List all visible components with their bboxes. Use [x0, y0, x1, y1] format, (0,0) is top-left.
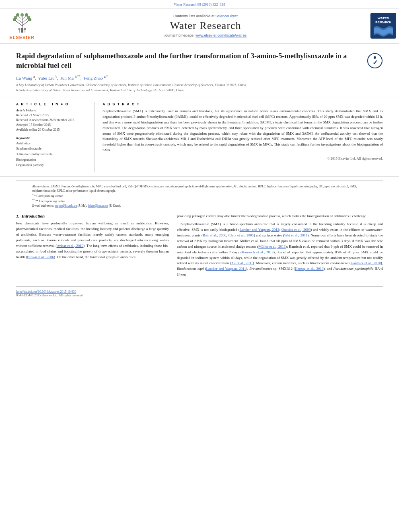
svg-point-14: [21, 13, 24, 16]
ref-herzog[interactable]: Herzog et al., 2013: [295, 267, 323, 271]
bottom-info: http://dx.doi.org/10.1016/j.watres.2015.…: [0, 280, 399, 300]
wr-logo-icon: WATER RESEARCH: [370, 13, 396, 39]
corresponding2: ** ** Corresponding author.: [32, 198, 367, 203]
intro-para-3: Sulphamethoxazole (SMX) is a broad-spect…: [177, 222, 383, 277]
ref-onesios[interactable]: Onesios et al., 2009: [281, 228, 311, 232]
ref-larcher-2012[interactable]: Larcher and Yargeau, 2012: [240, 228, 280, 232]
elsevier-tree-icon: [8, 12, 36, 34]
abbreviations-content: 3A5MI, 3-amino-5-methylisoxazole; MFC, m…: [32, 185, 357, 193]
abstract-col: A B S T R A C T Sulphamethoxazole (SMX) …: [103, 102, 383, 172]
ref-xu-2011[interactable]: Xu et al., 2011: [231, 261, 253, 265]
issn-line: 0043-1354/© 2015 Elsevier Ltd. All right…: [16, 294, 383, 297]
keyword-3: 3-Amino-5-methylisoxazole: [16, 152, 88, 157]
available-online: Available online 20 October 2015: [16, 127, 88, 132]
author-lu-wang[interactable]: Lu Wang: [16, 75, 32, 80]
keywords-group: Keywords: Antibiotics Sulphamethoxazole …: [16, 136, 88, 168]
keyword-2: Sulphamethoxazole: [16, 146, 88, 152]
svg-point-23: [374, 56, 376, 59]
sciencedirect-prefix: Contents lists available at: [173, 14, 216, 18]
bottom-divider: [16, 286, 383, 287]
article-history-group: Article history: Received 23 March 2015 …: [16, 109, 88, 132]
affiliation-a: a Key Laboratory of Urban Pollutant Conv…: [16, 82, 360, 88]
intro-left-text: Few chemicals have profoundly improved h…: [16, 221, 169, 260]
crossmark-logo[interactable]: ✓: [367, 53, 383, 70]
intro-right-col: providing pathogen control may also hind…: [177, 214, 383, 280]
doi-link[interactable]: http://dx.doi.org/10.1016/j.watres.2015.…: [16, 290, 76, 294]
ref-brown[interactable]: Brown et al., 2006: [27, 255, 54, 259]
received-date: Received 23 March 2015: [16, 113, 88, 118]
keywords-label: Keywords:: [16, 136, 88, 140]
elsevier-logo: ELSEVIER: [0, 8, 44, 43]
elsevier-label: ELSEVIER: [9, 35, 34, 40]
abbreviations-label: Abbreviations:: [32, 185, 51, 188]
keyword-5: Degradation pathway: [16, 162, 88, 168]
ref-batt[interactable]: Batt et al., 2006: [203, 233, 226, 237]
introduction-section: 1. Introduction Few chemicals have profo…: [0, 208, 399, 280]
email-jun-ma[interactable]: majun@hit.edu.cn: [55, 204, 77, 207]
water-research-logo: WATER RESEARCH: [367, 8, 399, 43]
keywords-list: Antibiotics Sulphamethoxazole 3-Amino-5-…: [16, 141, 88, 168]
article-title-block: Rapid degradation of sulphamethoxazole a…: [16, 51, 360, 93]
author-jun-ma[interactable]: Jun Ma: [61, 75, 74, 80]
accepted-date: Accepted 17 October 2015: [16, 123, 88, 127]
abstract-heading: A B S T R A C T: [103, 102, 383, 106]
article-main-title: Rapid degradation of sulphamethoxazole a…: [16, 51, 360, 71]
history-label: Article history:: [16, 109, 88, 112]
journal-title: Water Research: [170, 20, 241, 32]
email-feng-zhao[interactable]: fzhao@iue.ac.cn: [88, 204, 108, 207]
affiliations: a Key Laboratory of Urban Pollutant Conv…: [16, 82, 360, 93]
footnotes-area: Abbreviations: 3A5MI, 3-amino-5-methylis…: [16, 181, 383, 208]
page: Water Research 88 (2016) 322–328: [0, 0, 399, 532]
svg-point-17: [24, 28, 26, 30]
article-info-abstract: A R T I C L E I N F O Article history: R…: [0, 97, 399, 177]
svg-text:RESEARCH: RESEARCH: [375, 21, 391, 24]
ref-avisar[interactable]: Avisar et al., 2010: [57, 244, 83, 248]
article-info-col: A R T I C L E I N F O Article history: R…: [16, 102, 95, 172]
svg-rect-0: [21, 28, 23, 33]
intro-para-2: providing pathogen control may also hind…: [177, 214, 383, 219]
affiliation-b: b State Key Laboratory of Urban Water Re…: [16, 88, 360, 93]
ref-wei[interactable]: Wei et al., 2011: [284, 233, 308, 237]
journal-center: Contents lists available at ScienceDirec…: [44, 8, 367, 43]
homepage-link[interactable]: www.elsevier.com/locate/watres: [195, 33, 247, 37]
doi-line: http://dx.doi.org/10.1016/j.watres.2015.…: [16, 290, 383, 294]
ref-harnisch[interactable]: Harnisch et al., 2013: [242, 250, 274, 254]
intro-heading: 1. Introduction: [16, 214, 169, 218]
ref-larcher-2011[interactable]: Larcher and Yargeau, 2011: [206, 267, 246, 271]
corresponding1: * * Corresponding author.: [32, 193, 367, 198]
author-feng-zhao[interactable]: Feng Zhao: [84, 75, 103, 80]
received-revised: Received in revised form 26 September 20…: [16, 118, 88, 123]
ref-gauthier[interactable]: Gauthier et al., 2010: [351, 261, 381, 265]
crossmark-icon: ✓: [367, 53, 383, 69]
ref-muller-2013[interactable]: Müller et al., 2013: [258, 244, 286, 249]
sciencedirect-link[interactable]: ScienceDirect: [216, 14, 238, 18]
intro-para-1: Few chemicals have profoundly improved h…: [16, 221, 169, 260]
abstract-text: Sulphamethoxazole (SMX) is extensively u…: [103, 109, 383, 154]
intro-right-text: providing pathogen control may also hind…: [177, 214, 383, 277]
sciencedirect-line: Contents lists available at ScienceDirec…: [173, 14, 238, 18]
svg-point-10: [16, 13, 19, 16]
journal-reference-bar: Water Research 88 (2016) 322–328: [0, 0, 399, 8]
copyright: © 2015 Elsevier Ltd. All rights reserved…: [103, 156, 383, 160]
ref-clara[interactable]: Clara et al., 2005: [228, 233, 254, 237]
svg-point-13: [25, 13, 28, 16]
authors-line: Lu Wang a, Yulei Liu b, Jun Ma b,**, Fen…: [16, 75, 360, 80]
keyword-1: Antibiotics: [16, 141, 88, 146]
article-info-heading: A R T I C L E I N F O: [16, 102, 88, 106]
svg-line-2: [15, 21, 22, 26]
abbreviations-text: Abbreviations: 3A5MI, 3-amino-5-methylis…: [32, 184, 367, 193]
svg-line-5: [22, 21, 29, 26]
intro-left-col: 1. Introduction Few chemicals have profo…: [16, 214, 169, 280]
svg-point-15: [18, 28, 20, 30]
article-title-area: Rapid degradation of sulphamethoxazole a…: [0, 44, 399, 97]
svg-text:WATER: WATER: [377, 16, 389, 20]
emails-text: E-mail addresses: majun@hit.edu.cn (J. M…: [32, 203, 367, 208]
author-yulei-liu[interactable]: Yulei Liu: [38, 75, 54, 80]
keyword-4: Biodegradation: [16, 157, 88, 163]
journal-reference-text: Water Research 88 (2016) 322–328: [174, 2, 225, 6]
journal-header: ELSEVIER Contents lists available at Sci…: [0, 8, 399, 44]
homepage-line: journal homepage: www.elsevier.com/locat…: [165, 33, 247, 37]
svg-text:✓: ✓: [372, 59, 378, 66]
homepage-prefix: journal homepage:: [165, 33, 195, 37]
